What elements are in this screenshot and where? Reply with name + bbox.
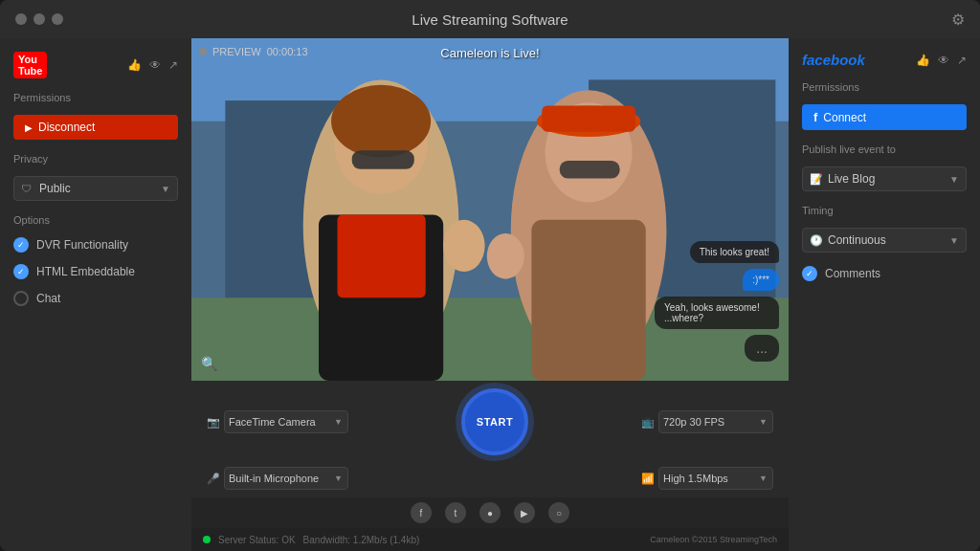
privacy-select-wrapper: 🛡 Public Private Unlisted ▼: [13, 176, 178, 201]
dvr-checkbox[interactable]: ✓ DVR Functionality: [13, 237, 178, 253]
fb-permissions-label: Permissions: [802, 81, 967, 93]
copyright-text: Cameleon ©2015 StreamingTech: [650, 535, 777, 544]
comments-checkbox[interactable]: ✓ Comments: [802, 266, 967, 281]
svg-rect-15: [542, 106, 635, 132]
resolution-icon: 📺: [641, 416, 655, 429]
svg-rect-17: [560, 161, 620, 178]
thumbs-up-icon[interactable]: 👍: [127, 58, 142, 72]
share-icon[interactable]: ↗: [168, 58, 178, 72]
permissions-section: Permissions Disconnect: [13, 92, 178, 140]
extra-social-icon[interactable]: ○: [548, 502, 569, 523]
svg-point-11: [443, 220, 484, 272]
html-checkbox[interactable]: ✓ HTML Embeddable: [13, 264, 178, 279]
chat-checkbox[interactable]: Chat: [13, 291, 178, 306]
window-title: Live Streaming Software: [412, 11, 568, 28]
resolution-select-wrapper: 📺 720p 30 FPS 1080p 30 FPS ▼: [641, 410, 773, 433]
mic-icon: 🎤: [207, 473, 220, 485]
privacy-section: Privacy 🛡 Public Private Unlisted ▼: [13, 153, 178, 201]
timing-label: Timing: [802, 205, 967, 216]
status-text: Server Status: OK: [218, 535, 296, 545]
bottom-controls-bar-2: 🎤 Built-in Microphone ▼ 📶 High 1.5Mbps M…: [191, 463, 789, 497]
bandwidth-text: Bandwidth: 1.2Mb/s (1.4kb): [303, 535, 420, 545]
publish-select-wrapper: 📝 Live Blog Timeline Page ▼: [802, 166, 967, 191]
comments-label: Comments: [825, 267, 880, 280]
camera-icon: 📷: [207, 416, 220, 429]
fb-permissions-section: Permissions Connect: [802, 81, 967, 130]
options-label: Options: [13, 214, 178, 226]
chat-message-3: Yeah, looks awesome! ...where?: [655, 297, 779, 329]
live-badge: Cameleon is Live!: [440, 46, 539, 60]
chat-message-1: This looks great!: [690, 241, 779, 263]
play-social-icon[interactable]: ▶: [514, 502, 535, 523]
minimize-button[interactable]: [33, 13, 45, 25]
html-label: HTML Embeddable: [36, 265, 135, 278]
youtube-icon: YouTube: [13, 52, 47, 78]
timestamp: 00:00:13: [267, 46, 308, 57]
options-section: Options ✓ DVR Functionality ✓ HTML Embed…: [13, 214, 178, 312]
gear-icon[interactable]: ⚙: [951, 11, 965, 29]
publish-section: Publish live event to 📝 Live Blog Timeli…: [802, 143, 967, 191]
wifi-icon: 📶: [641, 473, 655, 485]
blog-icon: 📝: [810, 173, 823, 186]
thumbs-up-icon-fb[interactable]: 👍: [916, 54, 930, 67]
youtube-header: YouTube 👍 👁 ↗: [13, 52, 178, 78]
shield-icon: 🛡: [21, 183, 32, 194]
check-icon: ✓: [13, 237, 29, 253]
privacy-select[interactable]: Public Private Unlisted: [13, 176, 178, 201]
maximize-button[interactable]: [52, 13, 63, 25]
chat-typing: ...: [745, 335, 779, 362]
twitter-social-icon[interactable]: t: [445, 502, 466, 523]
timing-section: Timing 🕐 Continuous Scheduled ▼: [802, 205, 967, 253]
start-section: START: [358, 388, 632, 455]
disconnect-button[interactable]: Disconnect: [13, 115, 178, 140]
svg-rect-9: [338, 214, 426, 298]
traffic-lights: [15, 13, 63, 25]
svg-point-18: [487, 233, 524, 279]
facebook-icons: 👍 👁 ↗: [916, 54, 967, 67]
svg-point-7: [331, 85, 431, 158]
camera-select[interactable]: FaceTime Camera: [224, 410, 348, 433]
publish-select[interactable]: Live Blog Timeline Page: [802, 166, 967, 191]
resolution-select[interactable]: 720p 30 FPS 1080p 30 FPS: [658, 410, 773, 433]
facebook-social-icon[interactable]: f: [411, 502, 432, 523]
clock-icon: 🕐: [810, 234, 823, 247]
bitrate-select[interactable]: High 1.5Mbps Medium 1Mbps: [658, 467, 773, 490]
timing-select-wrapper: 🕐 Continuous Scheduled ▼: [802, 228, 967, 253]
youtube-icons: 👍 👁 ↗: [127, 58, 178, 72]
left-panel: YouTube 👍 👁 ↗ Permissions Disconnect Pri…: [0, 38, 191, 551]
zoom-icon[interactable]: 🔍: [201, 356, 217, 371]
unchecked-icon: [13, 291, 29, 306]
mic-select[interactable]: Built-in Microphone: [224, 467, 348, 490]
svg-rect-16: [531, 220, 645, 381]
right-panel: facebook 👍 👁 ↗ Permissions Connect Publi…: [789, 38, 980, 551]
chat-label: Chat: [36, 292, 60, 305]
svg-rect-10: [352, 150, 414, 169]
app-window: Live Streaming Software ⚙ YouTube 👍 👁 ↗ …: [0, 0, 980, 551]
start-button[interactable]: START: [461, 388, 528, 455]
permissions-label: Permissions: [13, 92, 178, 103]
video-preview: PREVIEW 00:00:13 Cameleon is Live! This …: [191, 38, 789, 381]
close-button[interactable]: [15, 13, 27, 25]
timing-select[interactable]: Continuous Scheduled: [802, 228, 967, 253]
title-bar: Live Streaming Software ⚙: [0, 0, 980, 38]
preview-label: PREVIEW 00:00:13: [199, 46, 308, 57]
bottom-controls-bar: 📷 FaceTime Camera ▼ START 📺 720p 30 FPS …: [191, 381, 789, 463]
facebook-header: facebook 👍 👁 ↗: [802, 52, 967, 68]
facebook-logo: facebook: [802, 52, 865, 68]
circle-social-icon[interactable]: ●: [479, 502, 501, 523]
center-area: PREVIEW 00:00:13 Cameleon is Live! This …: [191, 38, 789, 551]
preview-text: PREVIEW: [212, 46, 261, 57]
comments-check-icon: ✓: [802, 266, 817, 281]
connect-button[interactable]: Connect: [802, 104, 967, 130]
eye-icon[interactable]: 👁: [149, 58, 161, 72]
preview-dot: [199, 48, 207, 55]
share-icon-fb[interactable]: ↗: [957, 54, 967, 67]
youtube-logo: YouTube: [13, 52, 47, 78]
chat-bubbles: This looks great! :)*** Yeah, looks awes…: [655, 241, 779, 362]
social-bar: f t ● ▶ ○: [191, 497, 789, 528]
status-bar: Server Status: OK Bandwidth: 1.2Mb/s (1.…: [191, 528, 789, 551]
publish-label: Publish live event to: [802, 143, 967, 155]
eye-icon-fb[interactable]: 👁: [938, 54, 949, 67]
main-area: YouTube 👍 👁 ↗ Permissions Disconnect Pri…: [0, 38, 980, 551]
mic-select-wrapper: 🎤 Built-in Microphone ▼: [207, 467, 348, 490]
